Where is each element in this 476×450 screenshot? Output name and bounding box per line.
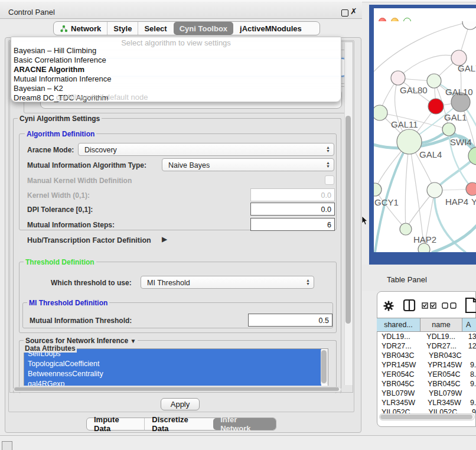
network-edge <box>433 225 476 252</box>
settings-vertical-scrollbar-thumb[interactable] <box>345 116 351 324</box>
close-icon[interactable]: ✗ <box>350 6 357 16</box>
table-horizontal-scrollbar-thumb[interactable] <box>380 415 472 419</box>
tab-label: jActiveMNodules <box>240 24 302 33</box>
node-bottom[interactable] <box>418 243 430 252</box>
network-window-titlebar[interactable] <box>374 8 476 21</box>
network-canvas[interactable]: GAL7GAL80GAL10GAL1GAL11SWI4GAL4GCY1HAP4Y… <box>374 21 476 252</box>
dropdown-option[interactable]: ARACNE Algorithm <box>11 65 341 74</box>
tab-label: Discretize Data <box>152 415 206 433</box>
attribute-list-item[interactable]: BetweennessCentrality <box>24 369 321 379</box>
settings-horizontal-scrollbar-thumb[interactable] <box>14 387 339 391</box>
table-cell: YDR27... <box>422 341 465 351</box>
tab-discretize-data[interactable]: Discretize Data <box>144 418 213 430</box>
group-title: Sources for Network Inference ▼ <box>24 337 138 345</box>
dropdown-option[interactable]: Bayesian – K2 <box>11 84 341 93</box>
which-threshold-combobox[interactable]: MI Threshold ▲▼ <box>141 276 314 289</box>
kernel-width-field[interactable]: 0.0 <box>250 188 335 201</box>
table-cell: YBR043C <box>424 351 469 360</box>
column-header-partial[interactable]: A <box>462 318 476 332</box>
table-row[interactable]: YER054CYER054C8. <box>378 370 476 379</box>
aracne-mode-label: Aracne Mode: <box>27 146 74 154</box>
column-header-name[interactable]: name <box>420 318 462 332</box>
dpi-tolerance-field[interactable]: 0.0 <box>250 203 335 216</box>
node-gal4[interactable] <box>397 129 422 154</box>
dropdown-placeholder: Select algorithm to view settings <box>11 37 341 46</box>
aracne-mode-combobox[interactable]: Discovery ▲▼ <box>78 143 334 156</box>
mi-steps-label: Mutual Information Steps: <box>27 221 115 229</box>
node-swi4[interactable] <box>442 123 455 136</box>
attribute-list-item[interactable]: TopologicalCoefficient <box>24 359 321 369</box>
column-header-shared[interactable]: shared... <box>377 318 420 332</box>
table-cell: 9 <box>468 407 476 413</box>
table-row[interactable]: YDR27...YDR27...12 <box>378 341 476 351</box>
float-window-icon[interactable] <box>341 9 348 17</box>
table-cell: 9. <box>467 379 476 389</box>
tab-style[interactable]: Style <box>107 22 138 35</box>
attribute-list-item[interactable]: gal4RGexp <box>24 379 321 386</box>
table-row[interactable]: YDL19...YDL19...13 <box>378 332 476 341</box>
table-cell: YIL052C <box>424 407 469 413</box>
mi-threshold-field[interactable]: 0.5 <box>248 314 332 327</box>
table-cell: YDL19... <box>422 332 465 341</box>
node-gal11[interactable] <box>374 105 387 120</box>
gear-icon[interactable] <box>383 300 395 312</box>
tab-label: Impute Data <box>94 415 137 433</box>
tab-select[interactable]: Select <box>138 22 172 35</box>
node-gal80[interactable] <box>391 71 405 85</box>
manual-kernel-checkbox[interactable] <box>325 175 334 185</box>
dpi-tolerance-label: DPI Tolerance [0,1]: <box>27 206 93 214</box>
group-title: Algorithm Definition <box>25 130 96 138</box>
dropdown-option[interactable]: Bayesian – Hill Climbing <box>11 46 341 56</box>
node-label-gal7: GAL7 <box>458 63 476 73</box>
tab-impute-data[interactable]: Impute Data <box>87 418 144 430</box>
combo-value: Discovery <box>84 146 117 154</box>
table-cell: YER054C <box>378 370 423 379</box>
tab-jactivemnodules[interactable]: jActiveMNodules <box>234 22 308 35</box>
node-gcy1[interactable] <box>374 183 382 196</box>
table-cell <box>469 389 472 398</box>
unchecked-pair-icon[interactable] <box>442 302 457 309</box>
node-top-partial[interactable] <box>462 21 476 30</box>
which-threshold-label: Which threshold to use: <box>51 279 132 287</box>
node-table[interactable]: YDL19...YDL19...13YDR27...YDR27...12YBR0… <box>378 332 476 413</box>
control-panel-tabbar: Network Style Select Cyni Toolbox jActiv… <box>53 21 320 35</box>
dropdown-option[interactable]: Mutual Information Inference <box>11 74 341 84</box>
table-cell: YLR345W <box>378 398 423 407</box>
tab-cyni-toolbox[interactable]: Cyni Toolbox <box>174 22 233 35</box>
node-hap2[interactable] <box>400 223 412 235</box>
table-row[interactable]: YPR145WYPR145W9. <box>378 360 476 370</box>
expand-arrow-icon[interactable]: ▶ <box>162 235 167 243</box>
table-cell: 9. <box>467 398 476 407</box>
attributes-scrollbar-thumb[interactable] <box>321 350 327 383</box>
mouse-cursor <box>361 216 369 226</box>
tab-network[interactable]: Network <box>54 22 107 35</box>
collapse-arrow-icon[interactable]: ▼ <box>130 338 136 344</box>
node-hap4[interactable] <box>427 182 442 198</box>
node-label-y: Y <box>471 197 476 207</box>
split-columns-icon[interactable] <box>403 299 416 312</box>
mi-type-combobox[interactable]: Naive Bayes ▲▼ <box>162 158 334 171</box>
table-row[interactable]: YBR043CYBR043C <box>378 351 476 360</box>
minimized-panel-icon[interactable] <box>2 441 12 450</box>
mi-steps-field[interactable]: 6 <box>250 218 335 231</box>
table-toolbar <box>378 294 475 317</box>
table-cell: YBL079W <box>378 389 424 398</box>
node-gal10[interactable] <box>427 74 441 88</box>
stepper-icon: ▲▼ <box>326 159 330 171</box>
node-red[interactable] <box>428 99 444 114</box>
table-row[interactable]: YLR345WYLR345W9. <box>378 398 476 407</box>
checked-pair-icon[interactable] <box>422 302 437 309</box>
table-cell: 8. <box>467 370 476 379</box>
apply-button[interactable]: Apply <box>161 398 200 410</box>
node-label-hap2: HAP2 <box>413 234 436 244</box>
application-window: Control Panel ✗ Network Style Select Cyn… <box>0 0 476 450</box>
table-row[interactable]: YBR045CYBR045C9. <box>378 379 476 389</box>
tab-infer-network[interactable]: Infer Network <box>213 418 276 430</box>
dropdown-option[interactable]: Basic Correlation Inference <box>11 56 341 65</box>
mi-threshold-label: Mutual Information Threshold: <box>30 317 132 325</box>
document-icon[interactable] <box>465 297 476 314</box>
table-row[interactable]: YIL052CYIL052C9 <box>378 407 476 413</box>
table-row[interactable]: YBL079WYBL079W <box>378 389 476 398</box>
data-attributes-list[interactable]: SelfLoopsTopologicalCoefficientBetweenne… <box>24 348 328 386</box>
node-salmon[interactable] <box>466 182 476 195</box>
